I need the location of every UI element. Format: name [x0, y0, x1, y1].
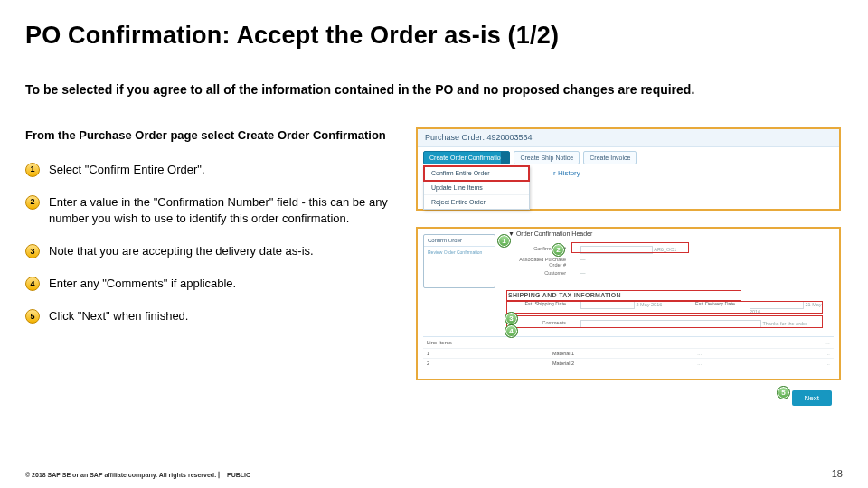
confirmation-dropdown: Confirm Entire Order Update Line Items R… — [423, 165, 530, 210]
copyright: © 2018 SAP SE or an SAP affiliate compan… — [25, 472, 216, 478]
callout-4: 4 — [505, 324, 518, 338]
step-item: 3 Note that you are accepting the delive… — [25, 243, 400, 259]
highlight-dates — [506, 301, 823, 314]
callout-5: 5 — [777, 386, 790, 399]
page-title: PO Confirmation: Accept the Order as-is … — [25, 22, 843, 50]
create-order-confirmation-button[interactable]: Create Order Confirmation — [423, 151, 510, 164]
figure-confirmation-form: Confirm Order Review Order Confirmation … — [416, 227, 841, 380]
step-text-2: Enter a value in the "Confirmation Numbe… — [49, 194, 400, 227]
lead-text: From the Purchase Order page select Crea… — [25, 127, 400, 144]
section-header: ▼ Order Confirmation Header — [508, 230, 592, 237]
instructions-column: From the Purchase Order page select Crea… — [25, 127, 400, 342]
customer-label: Customer — [508, 270, 566, 276]
footer-left: © 2018 SAP SE or an SAP affiliate compan… — [25, 472, 250, 479]
step-item: 4 Enter any "Comments" if applicable. — [25, 276, 400, 292]
highlight-conf-num — [571, 242, 689, 253]
line-item-row: 2Material 2…… — [423, 358, 834, 368]
history-link[interactable]: r History — [553, 169, 580, 177]
step-number-1: 1 — [25, 163, 40, 177]
dropdown-reject-entire[interactable]: Reject Entire Order — [424, 195, 529, 209]
dropdown-confirm-entire[interactable]: Confirm Entire Order — [424, 166, 529, 181]
step-text-5: Click "Next" when finished. — [49, 308, 400, 324]
page-number: 18 — [832, 468, 843, 479]
highlight-comments — [506, 315, 823, 328]
dropdown-update-line-items[interactable]: Update Line Items — [424, 181, 529, 195]
callout-2: 2 — [552, 243, 565, 257]
step-text-4: Enter any "Comments" if applicable. — [49, 276, 400, 292]
intro-text: To be selected if you agree to all of th… — [25, 82, 843, 97]
create-ship-notice-button[interactable]: Create Ship Notice — [514, 151, 580, 164]
line-item-2: Material 2 — [552, 361, 574, 366]
slide: PO Confirmation: Accept the Order as-is … — [0, 0, 868, 488]
content-row: From the Purchase Order page select Crea… — [25, 127, 843, 406]
footer: © 2018 SAP SE or an SAP affiliate compan… — [25, 468, 843, 479]
callout-1: 1 — [497, 234, 511, 248]
step-number-5: 5 — [25, 309, 40, 324]
step-number-2: 2 — [25, 195, 40, 210]
line-item-1: Material 1 — [552, 351, 574, 356]
next-button[interactable]: Next — [792, 390, 832, 406]
footer-divider: ǀ — [218, 472, 220, 478]
create-invoice-button[interactable]: Create Invoice — [583, 151, 637, 164]
step-text-1: Select "Confirm Entire Order". — [49, 162, 400, 178]
public-label: PUBLIC — [227, 472, 250, 478]
wizard-steps-panel: Confirm Order Review Order Confirmation — [423, 234, 495, 288]
order-confirmation-header-label: Order Confirmation Header — [516, 230, 592, 237]
step-number-3: 3 — [25, 244, 40, 258]
callout-3: 3 — [505, 312, 518, 325]
line-item-row: 1Material 1…… — [423, 348, 834, 358]
figure-po-dropdown: Purchase Order: 4920003564 Create Order … — [416, 127, 841, 211]
po-header: Purchase Order: 4920003564 — [418, 129, 839, 147]
figures-column: Purchase Order: 4920003564 Create Order … — [416, 127, 841, 406]
step-item: 5 Click "Next" when finished. — [25, 308, 400, 324]
step-text-3: Note that you are accepting the delivery… — [49, 243, 400, 259]
step-item: 2 Enter a value in the "Confirmation Num… — [25, 194, 400, 227]
line-items-section: Line Items … 1Material 1…… 2Material 2…… — [423, 336, 834, 368]
step-number-4: 4 — [25, 277, 40, 291]
assoc-po-label: Associated Purchase Order # — [508, 257, 566, 267]
wizard-step-confirm: Confirm Order — [424, 235, 495, 247]
line-items-title: Line Items — [427, 340, 452, 345]
step-list: 1 Select "Confirm Entire Order". 2 Enter… — [25, 162, 400, 325]
highlight-shipping-tax — [506, 290, 741, 301]
wizard-step-review: Review Order Confirmation — [424, 247, 495, 258]
step-item: 1 Select "Confirm Entire Order". — [25, 162, 400, 178]
